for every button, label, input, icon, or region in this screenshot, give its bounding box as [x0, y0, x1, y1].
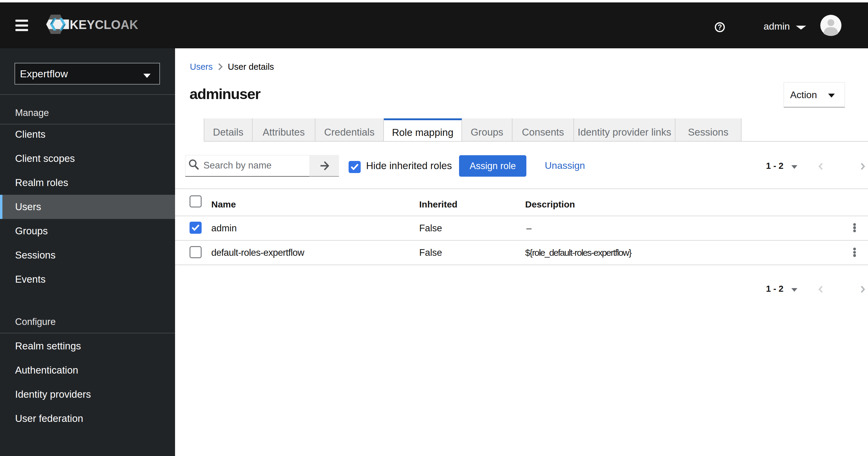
svg-text:KEYCLOAK: KEYCLOAK	[70, 17, 138, 32]
svg-text:?: ?	[718, 23, 722, 31]
